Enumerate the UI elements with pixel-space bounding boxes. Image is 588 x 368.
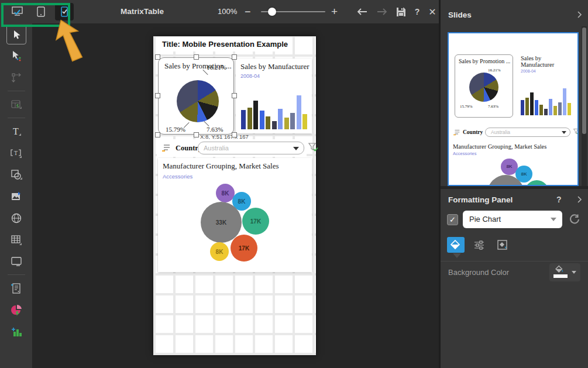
- selection-handle-sw[interactable]: [155, 132, 160, 137]
- small-paint-bucket-icon: [555, 265, 564, 274]
- formatting-collapse-chevron-icon[interactable]: [575, 195, 583, 204]
- settings-tab[interactable]: [470, 237, 488, 253]
- selection-handle-ne[interactable]: [232, 54, 237, 60]
- bubble-chart[interactable]: 8K8K33K17K17K8K: [158, 158, 312, 272]
- tool-select[interactable]: [0, 23, 32, 45]
- bar-segment: [247, 108, 252, 129]
- tool-pie-chart[interactable]: [0, 299, 32, 321]
- tool-multi-select[interactable]: [0, 45, 32, 67]
- thumb-pie-chart: [469, 73, 498, 102]
- bar-segment: [290, 113, 295, 129]
- desktop-view-button[interactable]: [8, 3, 27, 20]
- selection-handle-n[interactable]: [194, 54, 199, 60]
- element-selector-dropdown[interactable]: Pie Chart: [463, 211, 562, 228]
- background-color-picker[interactable]: [549, 263, 580, 281]
- chevron-down-icon: [551, 218, 556, 221]
- bar-segment: [521, 100, 524, 115]
- fill-tab[interactable]: [447, 237, 465, 253]
- tool-matrix-table[interactable]: [0, 94, 32, 115]
- rail-divider: [8, 91, 25, 91]
- selection-handle-se[interactable]: [232, 132, 237, 137]
- tool-shape[interactable]: [0, 164, 32, 185]
- slides-panel-title: Slides: [448, 11, 472, 19]
- bar-segment: [272, 121, 277, 129]
- help-button[interactable]: ?: [410, 0, 425, 23]
- save-button[interactable]: [393, 0, 408, 23]
- bar-segment: [253, 101, 258, 129]
- redo-button[interactable]: [374, 0, 390, 23]
- formatting-tabs: [447, 237, 511, 253]
- slides-scrollbar[interactable]: [582, 26, 587, 186]
- promotion-pie-tile[interactable]: Sales by Promotion ... 16.21% 15.79% 7.6…: [158, 57, 234, 135]
- bar-segment: [266, 116, 270, 129]
- tool-label[interactable]: T: [0, 142, 32, 164]
- bar-segment: [241, 110, 246, 129]
- pie-callout-top: 16.21%: [207, 64, 226, 71]
- reset-formatting-button[interactable]: [569, 214, 580, 225]
- thumb-bubble-section: Manufacturer Grouping, Market Sales Acce…: [449, 142, 579, 186]
- frame-fill-tab[interactable]: [494, 237, 511, 253]
- bubble-datapoint: 8K: [210, 242, 229, 261]
- connector-icon: [11, 72, 22, 84]
- bar-segment: [278, 109, 283, 129]
- text-icon: T: [11, 126, 22, 137]
- selection-handle-s[interactable]: [194, 132, 199, 137]
- globe-icon: [11, 212, 22, 224]
- slides-scrollbar-thumb[interactable]: [582, 27, 586, 134]
- bar-segment: [260, 111, 264, 129]
- shape-icon: [10, 169, 23, 181]
- undo-button[interactable]: [355, 0, 370, 23]
- card-icon: [11, 256, 22, 267]
- document-title: MatrixTable: [104, 0, 180, 23]
- tool-connector[interactable]: [0, 67, 32, 88]
- thumb-manufacturer-title: Sales by Manufacturer: [518, 53, 575, 68]
- chevron-down-icon: [562, 131, 566, 134]
- thumb-country-dropdown: Australia: [485, 128, 570, 137]
- slide-thumbnail[interactable]: Sales by Promotion ... 16.21% 15.79% 7.6…: [448, 32, 579, 186]
- form-icon: [11, 283, 22, 294]
- device-switcher: [8, 3, 74, 20]
- mobile-view-button[interactable]: [55, 3, 74, 20]
- tool-table[interactable]: [0, 229, 32, 250]
- page-title-band[interactable]: Title: Mobile Presentation Example: [157, 37, 290, 51]
- manufacturer-bar-tile[interactable]: Sales by Manufacturer 2008-04: [236, 59, 312, 133]
- bar-segment: [558, 102, 562, 115]
- selection-handle-w[interactable]: [155, 93, 160, 98]
- mobile-icon: [58, 5, 71, 18]
- collapse-chevron-icon[interactable]: [575, 11, 583, 19]
- zoom-out-button[interactable]: −: [245, 0, 251, 23]
- selection-handle-e[interactable]: [232, 93, 237, 98]
- element-visibility-checkbox[interactable]: ✓: [447, 214, 458, 225]
- undo-arrow-icon: [356, 8, 368, 16]
- thumb-promotion-tile: Sales by Promotion ... 16.21% 15.79% 7.6…: [455, 54, 513, 118]
- page-title: Title: Mobile Presentation Example: [157, 37, 290, 49]
- tool-form[interactable]: [0, 277, 32, 299]
- zoom-in-button[interactable]: +: [331, 0, 338, 23]
- zoom-slider-thumb[interactable]: [268, 8, 276, 16]
- tool-image[interactable]: [0, 185, 32, 207]
- tool-bar-chart[interactable]: [0, 321, 32, 342]
- thumb-manufacturer-tile: Sales by Manufacturer 2008-04: [518, 53, 575, 119]
- promotion-pie-chart[interactable]: [177, 80, 219, 122]
- manufacturer-bar-chart[interactable]: [241, 95, 307, 129]
- tablet-view-button[interactable]: [32, 3, 50, 20]
- tool-text[interactable]: T: [0, 121, 32, 142]
- multi-select-cursor-icon: [11, 50, 22, 62]
- filter-applied-icon[interactable]: [308, 142, 318, 153]
- bar-segment: [284, 118, 289, 129]
- pie-callout-bottom-left: 15.79%: [166, 126, 185, 133]
- formatting-help-button[interactable]: ?: [556, 195, 562, 204]
- thumb-pie-callout-bottom-left: 15.79%: [460, 104, 473, 109]
- country-dropdown-value: Australia: [204, 142, 229, 154]
- tool-card[interactable]: [0, 250, 32, 272]
- bubble-chart-tile[interactable]: Manufacturer Grouping, Market Sales Acce…: [158, 158, 312, 272]
- country-dropdown[interactable]: Australia: [198, 142, 304, 154]
- annotation-arrow-icon: [50, 18, 88, 63]
- selection-handle-nw[interactable]: [155, 54, 160, 60]
- close-button[interactable]: ✕: [425, 0, 440, 23]
- design-canvas-page[interactable]: Title: Mobile Presentation Example Sales…: [153, 36, 316, 355]
- tool-web[interactable]: [0, 207, 32, 229]
- manufacturer-tile-title: Sales by Manufacturer: [236, 59, 312, 71]
- thumb-country-row: Country Australia: [449, 126, 579, 139]
- bar-segment: [563, 88, 566, 115]
